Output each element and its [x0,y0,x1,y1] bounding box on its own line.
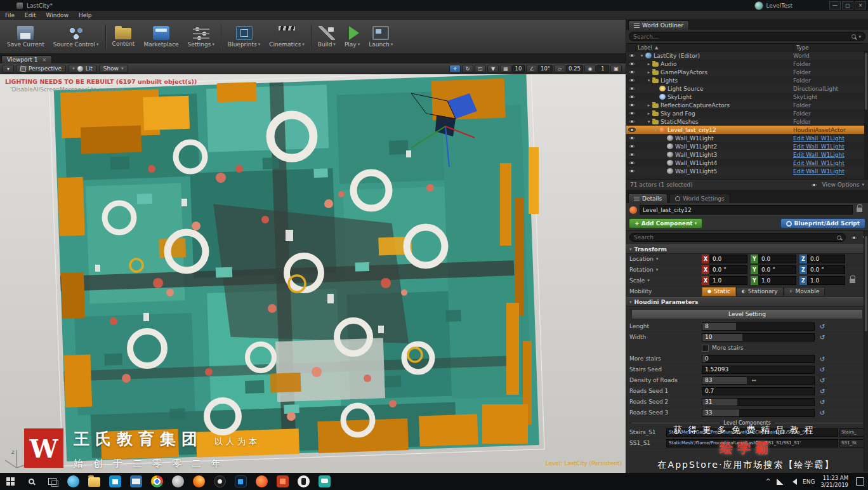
view-options-button[interactable]: View Options [822,182,860,188]
density-of-roads-spinner[interactable]: 83↔ [702,376,815,385]
rotation-snap-button[interactable]: ∠ [526,65,537,73]
mobility-movable-button[interactable]: + Movable [784,287,825,296]
edit-link[interactable]: Edit Wall_W1Light [793,143,868,150]
store-app[interactable] [105,473,126,490]
firefox-app[interactable] [188,473,209,490]
roads-seed-2-slider[interactable]: 31 [702,398,815,406]
scale-snap-value[interactable]: 0.25 [566,65,583,73]
tab-close-icon[interactable]: × [42,57,46,63]
ss1-mesh-chip[interactable]: SS1_St [839,439,865,447]
obs-app[interactable] [209,473,230,490]
settings-button[interactable]: Settings▾ [183,25,219,49]
network-icon[interactable] [777,479,784,485]
mobility-stationary-button[interactable]: ◐ Stationary [736,287,784,296]
menu-help[interactable]: Help [74,12,97,18]
edit-link[interactable]: Edit Wall_W1Light [793,160,868,166]
reset-to-default-icon[interactable]: ↺ [818,323,827,330]
menu-edit[interactable]: Edit [20,12,41,18]
scale-y-input[interactable]: 1.0 [758,276,796,285]
outliner-row-folder[interactable]: ▾ StaticMeshes Folder [626,117,868,126]
close-button[interactable]: × [855,1,866,10]
outliner-row-wall[interactable]: Wall_W1Light3 Edit Wall_W1Light [626,150,868,159]
save-current-button[interactable]: Save Current [3,25,49,49]
scale-z-input[interactable]: 1.0 [807,276,845,285]
build-button[interactable]: Build▾ [313,25,340,49]
chat-app[interactable] [314,473,335,490]
scale-tool-button[interactable]: ◱ [475,65,486,73]
outliner-row-selected-houdini-actor[interactable]: ▾ Level_last_city12 HoudiniAssetActor [626,126,868,134]
outliner-row-wall[interactable]: Wall_W1Light2 Edit Wall_W1Light [626,142,868,150]
visibility-eye-icon[interactable] [628,95,636,99]
tab-details[interactable]: Details [628,194,667,203]
scale-x-input[interactable]: 1.0 [709,276,747,285]
camera-speed-button[interactable]: ◉ [584,65,596,73]
grid-snap-value[interactable]: 10 [512,65,525,73]
lenght-slider[interactable]: 8 [702,322,815,331]
mobility-static-button[interactable]: ● Static [702,287,736,296]
launch-button[interactable]: Launch▾ [364,25,397,49]
width-slider[interactable]: 10 [702,333,815,341]
outliner-row-folder[interactable]: ▾ Lights Folder [626,76,868,84]
outliner-row-wall[interactable]: Wall_W1Light Edit Wall_W1Light [626,134,868,142]
scale-snap-button[interactable]: ▱ [554,65,565,73]
outliner-row-folder[interactable]: ▸ Sky and Fog Folder [626,109,868,117]
outliner-scrollbar[interactable] [864,51,868,179]
viewport-options-dropdown[interactable]: ▾ [3,65,14,73]
clock[interactable]: 11:23 AM 3/21/2019 [820,475,848,488]
cinematics-button[interactable]: Cinematics▾ [265,25,309,49]
blueprints-button[interactable]: Blueprints▾ [223,25,265,49]
reset-to-default-icon[interactable]: ↺ [818,399,827,406]
transform-section-header[interactable]: ▾ Transform [626,244,868,254]
file-explorer-app[interactable] [84,473,105,490]
play-button[interactable]: Play▾ [340,25,364,49]
language-indicator[interactable]: ENG [803,479,815,485]
add-component-button[interactable]: + Add Component ▾ [629,218,702,228]
photoshop-app[interactable] [230,473,251,490]
reset-to-default-icon[interactable]: ↺ [818,366,827,373]
outliner-search-input[interactable] [633,34,849,40]
scale-lock-icon[interactable] [850,279,855,283]
stairs-mesh-chip[interactable]: Stairs_ [839,428,865,437]
menu-window[interactable]: Window [41,12,74,18]
reset-to-default-icon[interactable]: ↺ [818,409,827,416]
visibility-eye-icon[interactable] [628,78,636,83]
expander-icon[interactable]: ▾ [646,78,652,83]
expander-icon[interactable]: ▾ [653,128,659,133]
visibility-eye-icon[interactable] [628,53,636,58]
show-button[interactable]: Show ▾ [99,65,128,73]
outliner-row-light[interactable]: Light Source DirectionalLight [626,84,868,93]
reset-to-default-icon[interactable]: ↺ [818,388,827,395]
location-y-input[interactable]: 0.0 [758,255,796,263]
level-setting-button[interactable]: Level Setting [631,309,863,319]
search-options-dropdown-icon[interactable]: ▾ [858,34,861,39]
rotation-y-input[interactable]: 0.0 ° [758,265,796,274]
start-button[interactable] [0,473,21,490]
maximize-button[interactable]: ▢ [842,1,853,10]
blueprint-add-script-button[interactable]: Blueprint/Add Script [780,218,866,228]
reset-to-default-icon[interactable]: ↺ [818,334,827,341]
visibility-eye-icon[interactable] [628,161,636,165]
visibility-eye-icon[interactable] [628,144,636,149]
visibility-eye-icon[interactable] [628,103,636,107]
tab-world-outliner[interactable]: World Outliner [628,20,689,30]
visibility-eye-icon[interactable] [628,111,636,116]
outliner-row-skylight[interactable]: SkyLight SkyLight [626,93,868,101]
visibility-eye-icon[interactable] [628,136,636,140]
column-label[interactable]: Label▲ [626,44,793,51]
tray-expand-icon[interactable]: ^ [766,478,771,485]
visibility-eye-icon[interactable] [628,152,636,157]
drag-handle-icon[interactable]: ↔ [751,377,756,384]
visibility-eye-icon[interactable] [628,119,636,124]
visibility-eye-icon[interactable] [628,128,636,132]
expander-icon[interactable]: ▸ [646,70,652,75]
details-search-input[interactable] [634,234,834,241]
houdini-parameters-section-header[interactable]: ▾ Houdini Parameters [626,297,868,307]
expander-icon[interactable]: ▸ [646,111,652,116]
outliner-row-folder[interactable]: ▸ Audio Folder [626,60,868,68]
outliner-row-wall[interactable]: Wall_W1Light5 Edit Wall_W1Light [626,167,868,175]
column-type[interactable]: Type [793,44,868,51]
taskbar-search-button[interactable] [21,473,42,490]
chrome-app[interactable] [147,473,168,490]
camera-speed-value[interactable]: 1 [596,65,609,73]
tab-world-settings[interactable]: World Settings [669,194,730,203]
